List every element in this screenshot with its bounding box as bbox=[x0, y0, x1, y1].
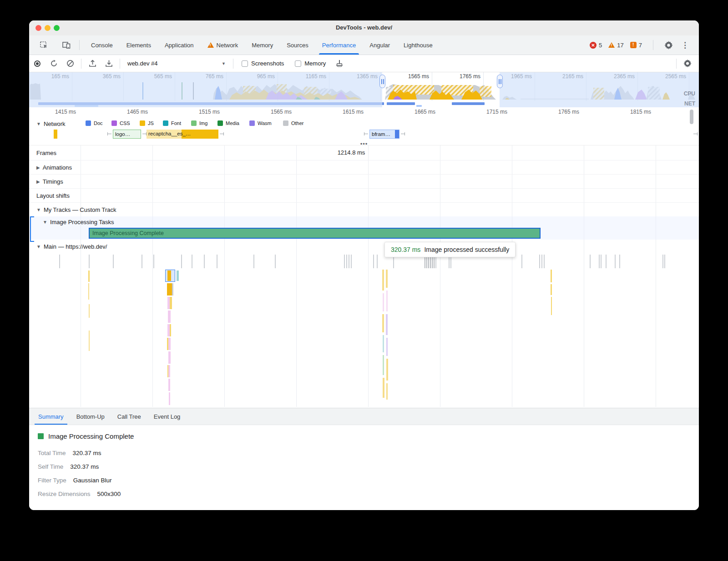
image-processing-complete-event-bar[interactable]: Image Processing Complete bbox=[89, 228, 541, 239]
flame-event-tick[interactable] bbox=[606, 255, 607, 268]
flame-call-bar[interactable] bbox=[169, 392, 170, 405]
selection-handle-left[interactable] bbox=[379, 75, 385, 88]
my-tracks-row[interactable]: ▼My Tracks — Custom Track bbox=[29, 203, 699, 216]
network-request-bar[interactable]: logo… bbox=[113, 130, 141, 139]
flame-event-tick[interactable] bbox=[346, 255, 347, 268]
flame-call-bar[interactable] bbox=[551, 297, 552, 315]
settings-gear-icon[interactable] bbox=[664, 41, 673, 50]
network-request-bar[interactable]: recaptcha__es_… bbox=[147, 130, 218, 139]
flame-call-bar[interactable] bbox=[170, 297, 172, 309]
details-tab-bottom-up[interactable]: Bottom-Up bbox=[70, 408, 111, 425]
flame-event-tick[interactable] bbox=[599, 255, 600, 268]
flame-event-tick[interactable] bbox=[113, 255, 114, 268]
flame-event-tick[interactable] bbox=[275, 255, 276, 268]
upload-profile-icon[interactable] bbox=[88, 60, 96, 68]
inspect-element-icon[interactable] bbox=[40, 41, 48, 49]
flame-event-tick[interactable] bbox=[192, 255, 192, 268]
flame-event-tick[interactable] bbox=[344, 255, 345, 268]
reload-and-record-button[interactable] bbox=[50, 60, 58, 68]
image-processing-tasks-row[interactable]: ▼Image Processing Tasks bbox=[29, 216, 699, 228]
flame-call-bar[interactable] bbox=[382, 270, 384, 291]
flame-event-tick[interactable] bbox=[664, 255, 665, 268]
flame-call-bar[interactable] bbox=[383, 335, 384, 352]
tab-sources[interactable]: Sources bbox=[280, 35, 315, 55]
device-toolbar-icon[interactable] bbox=[62, 41, 71, 49]
details-tab-event-log[interactable]: Event Log bbox=[147, 408, 187, 425]
timeline-overview[interactable]: 165 ms365 ms565 ms765 ms965 ms1165 ms136… bbox=[29, 72, 699, 107]
tab-memory[interactable]: Memory bbox=[245, 35, 280, 55]
flame-event-tick[interactable] bbox=[662, 255, 663, 268]
flame-call-bar[interactable] bbox=[170, 324, 171, 336]
tab-console[interactable]: Console bbox=[84, 35, 120, 55]
download-profile-icon[interactable] bbox=[105, 60, 113, 68]
flame-call-bar[interactable] bbox=[168, 351, 171, 364]
tab-angular[interactable]: Angular bbox=[363, 35, 397, 55]
tab-elements[interactable]: Elements bbox=[120, 35, 158, 55]
warning-count-badge[interactable]: 17 bbox=[608, 42, 623, 49]
animations-track-row[interactable]: ▶Animations bbox=[29, 160, 699, 175]
network-track-header[interactable]: ▼ Network bbox=[36, 120, 66, 127]
flame-event-tick[interactable] bbox=[521, 255, 522, 268]
flame-call-bar[interactable] bbox=[383, 293, 384, 311]
flame-call-bar[interactable] bbox=[89, 331, 90, 351]
flame-call-bar[interactable] bbox=[383, 378, 384, 398]
flame-call-bar[interactable] bbox=[168, 311, 171, 323]
flame-event-tick[interactable] bbox=[181, 255, 182, 268]
vertical-scrollbar-thumb[interactable] bbox=[690, 110, 693, 124]
details-tab-call-tree[interactable]: Call Tree bbox=[111, 408, 147, 425]
memory-checkbox[interactable]: Memory bbox=[295, 60, 326, 67]
flame-event-tick[interactable] bbox=[373, 255, 374, 268]
flame-call-bar[interactable] bbox=[167, 270, 171, 281]
network-request-bar[interactable]: bfram… bbox=[369, 130, 399, 139]
flame-event-tick[interactable] bbox=[351, 255, 352, 268]
flame-call-bar[interactable] bbox=[386, 338, 388, 356]
flame-call-bar[interactable] bbox=[382, 314, 384, 332]
flame-event-tick[interactable] bbox=[615, 255, 616, 268]
record-button[interactable] bbox=[33, 60, 41, 68]
flame-event-tick[interactable] bbox=[217, 255, 217, 268]
flame-event-tick[interactable] bbox=[59, 255, 60, 268]
flame-call-bar[interactable] bbox=[386, 314, 388, 335]
flame-call-bar[interactable] bbox=[168, 338, 171, 350]
flame-call-bar[interactable] bbox=[177, 270, 179, 281]
flame-event-tick[interactable] bbox=[142, 255, 142, 268]
clear-recording-icon[interactable] bbox=[66, 60, 74, 68]
flame-call-bar[interactable] bbox=[89, 304, 90, 318]
issues-count-badge[interactable]: !7 bbox=[630, 42, 642, 49]
history-dropdown[interactable]: web.dev #4▼ bbox=[123, 60, 230, 67]
collect-garbage-icon[interactable] bbox=[335, 60, 344, 68]
flame-event-tick[interactable] bbox=[544, 255, 545, 268]
flame-event-tick[interactable] bbox=[539, 255, 540, 268]
flame-event-tick[interactable] bbox=[204, 255, 205, 268]
flame-event-tick[interactable] bbox=[253, 255, 254, 268]
flame-event-tick[interactable] bbox=[377, 255, 378, 268]
details-tab-summary[interactable]: Summary bbox=[32, 408, 70, 425]
flame-event-tick[interactable] bbox=[349, 255, 349, 268]
flame-call-bar[interactable] bbox=[386, 291, 388, 311]
tab-network[interactable]: Network bbox=[201, 35, 245, 55]
network-request-bar[interactable] bbox=[54, 130, 57, 139]
track-resize-handle[interactable]: ••• bbox=[29, 140, 699, 145]
more-options-kebab-icon[interactable]: ⋮ bbox=[679, 40, 694, 50]
flame-event-tick[interactable] bbox=[590, 255, 591, 268]
flame-call-bar[interactable] bbox=[386, 270, 388, 288]
flame-call-bar[interactable] bbox=[88, 283, 89, 300]
flame-call-bar[interactable] bbox=[168, 379, 170, 391]
error-count-badge[interactable]: ✕5 bbox=[590, 42, 602, 49]
flame-call-bar[interactable] bbox=[88, 270, 90, 282]
flame-event-tick[interactable] bbox=[619, 255, 620, 268]
flame-call-bar[interactable] bbox=[386, 359, 388, 381]
panel-settings-gear-icon[interactable] bbox=[683, 60, 692, 68]
flame-call-bar[interactable] bbox=[383, 355, 384, 375]
flame-call-bar[interactable] bbox=[386, 383, 388, 400]
flame-call-bar[interactable] bbox=[172, 283, 173, 296]
main-thread-track-row[interactable]: ▼Main — https://web.dev/ bbox=[29, 240, 699, 253]
flame-event-tick[interactable] bbox=[601, 255, 602, 268]
flame-event-tick[interactable] bbox=[153, 255, 154, 268]
layout-shifts-track-row[interactable]: Layout shifts bbox=[29, 189, 699, 203]
flame-event-tick[interactable] bbox=[89, 255, 90, 268]
flame-call-bar[interactable] bbox=[551, 270, 552, 282]
timings-track-row[interactable]: ▶Timings bbox=[29, 175, 699, 189]
tab-application[interactable]: Application bbox=[158, 35, 201, 55]
main-thread-flame-chart[interactable] bbox=[29, 253, 699, 407]
